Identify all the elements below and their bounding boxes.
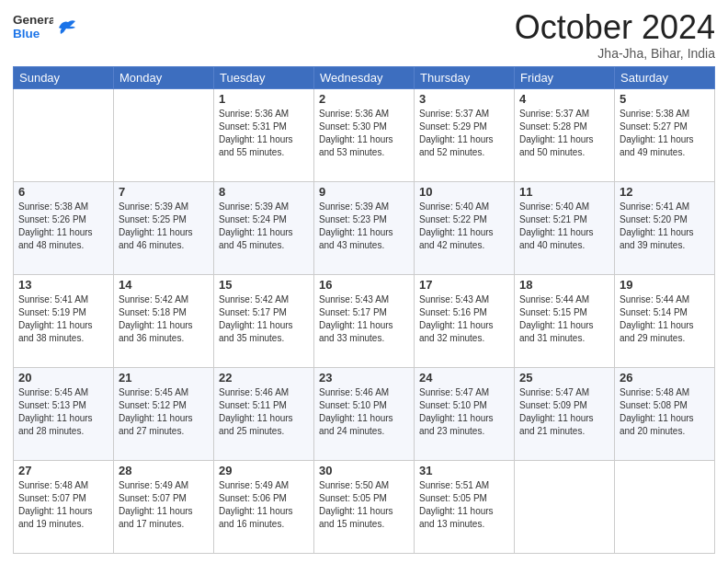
header-monday: Monday <box>114 66 214 88</box>
calendar-day-cell: 9Sunrise: 5:39 AMSunset: 5:23 PMDaylight… <box>314 181 415 274</box>
day-number: 9 <box>319 185 409 199</box>
calendar-day-cell: 4Sunrise: 5:37 AMSunset: 5:28 PMDaylight… <box>515 88 615 181</box>
day-number: 10 <box>419 185 509 199</box>
calendar-day-cell: 13Sunrise: 5:41 AMSunset: 5:19 PMDayligh… <box>14 274 114 367</box>
day-info: Sunrise: 5:42 AMSunset: 5:17 PMDaylight:… <box>219 293 309 345</box>
day-number: 29 <box>219 464 309 477</box>
calendar-day-cell: 7Sunrise: 5:39 AMSunset: 5:25 PMDaylight… <box>114 181 214 274</box>
calendar-day-cell <box>14 88 114 181</box>
day-info: Sunrise: 5:45 AMSunset: 5:13 PMDaylight:… <box>18 386 108 438</box>
day-info: Sunrise: 5:46 AMSunset: 5:11 PMDaylight:… <box>219 386 309 438</box>
calendar-week-row: 27Sunrise: 5:48 AMSunset: 5:07 PMDayligh… <box>14 460 715 553</box>
calendar-day-cell <box>615 460 715 553</box>
day-number: 5 <box>620 92 710 106</box>
day-info: Sunrise: 5:38 AMSunset: 5:26 PMDaylight:… <box>18 201 108 252</box>
calendar-day-cell: 17Sunrise: 5:43 AMSunset: 5:16 PMDayligh… <box>415 274 515 367</box>
day-number: 11 <box>519 185 609 199</box>
calendar-day-cell: 14Sunrise: 5:42 AMSunset: 5:18 PMDayligh… <box>114 274 214 367</box>
calendar-week-row: 13Sunrise: 5:41 AMSunset: 5:19 PMDayligh… <box>14 274 715 367</box>
svg-text:Blue: Blue <box>13 27 40 40</box>
calendar-day-cell: 24Sunrise: 5:47 AMSunset: 5:10 PMDayligh… <box>415 367 515 460</box>
calendar-day-cell: 11Sunrise: 5:40 AMSunset: 5:21 PMDayligh… <box>515 181 615 274</box>
calendar-day-cell: 28Sunrise: 5:49 AMSunset: 5:07 PMDayligh… <box>114 460 214 553</box>
calendar-day-cell <box>515 460 615 553</box>
logo-bird-svg <box>57 19 77 40</box>
day-number: 21 <box>119 371 209 385</box>
calendar-table: Sunday Monday Tuesday Wednesday Thursday… <box>13 66 715 554</box>
day-number: 1 <box>219 92 309 106</box>
header-saturday: Saturday <box>615 66 715 88</box>
calendar-day-cell: 30Sunrise: 5:50 AMSunset: 5:05 PMDayligh… <box>314 460 415 553</box>
day-number: 28 <box>119 464 209 477</box>
calendar-day-cell: 21Sunrise: 5:45 AMSunset: 5:12 PMDayligh… <box>114 367 214 460</box>
calendar-day-cell: 1Sunrise: 5:36 AMSunset: 5:31 PMDaylight… <box>214 88 314 181</box>
weekday-header-row: Sunday Monday Tuesday Wednesday Thursday… <box>14 66 715 88</box>
calendar-day-cell: 31Sunrise: 5:51 AMSunset: 5:05 PMDayligh… <box>415 460 515 553</box>
calendar-day-cell: 5Sunrise: 5:38 AMSunset: 5:27 PMDaylight… <box>615 88 715 181</box>
day-number: 16 <box>319 278 409 292</box>
day-number: 26 <box>620 371 710 385</box>
day-number: 31 <box>419 464 509 477</box>
day-info: Sunrise: 5:44 AMSunset: 5:15 PMDaylight:… <box>519 293 609 345</box>
day-number: 7 <box>119 185 209 199</box>
day-number: 14 <box>119 278 209 292</box>
day-info: Sunrise: 5:43 AMSunset: 5:16 PMDaylight:… <box>419 293 509 345</box>
day-info: Sunrise: 5:36 AMSunset: 5:31 PMDaylight:… <box>219 108 309 159</box>
calendar-day-cell: 15Sunrise: 5:42 AMSunset: 5:17 PMDayligh… <box>214 274 314 367</box>
calendar-day-cell: 23Sunrise: 5:46 AMSunset: 5:10 PMDayligh… <box>314 367 415 460</box>
calendar-day-cell: 22Sunrise: 5:46 AMSunset: 5:11 PMDayligh… <box>214 367 314 460</box>
calendar-day-cell: 6Sunrise: 5:38 AMSunset: 5:26 PMDaylight… <box>14 181 114 274</box>
month-title: October 2024 <box>515 9 715 46</box>
day-info: Sunrise: 5:44 AMSunset: 5:14 PMDaylight:… <box>620 293 710 345</box>
day-number: 17 <box>419 278 509 292</box>
day-info: Sunrise: 5:39 AMSunset: 5:25 PMDaylight:… <box>119 201 209 252</box>
day-number: 13 <box>18 278 108 292</box>
day-number: 6 <box>18 185 108 199</box>
day-info: Sunrise: 5:48 AMSunset: 5:07 PMDaylight:… <box>18 479 108 531</box>
day-number: 19 <box>620 278 710 292</box>
page: General Blue General Blue Octob <box>0 0 728 563</box>
day-number: 4 <box>519 92 609 106</box>
day-number: 24 <box>419 371 509 385</box>
day-number: 12 <box>620 185 710 199</box>
calendar-day-cell: 19Sunrise: 5:44 AMSunset: 5:14 PMDayligh… <box>615 274 715 367</box>
day-number: 23 <box>319 371 409 385</box>
svg-text:General: General <box>13 13 53 27</box>
day-info: Sunrise: 5:47 AMSunset: 5:09 PMDaylight:… <box>519 386 609 438</box>
day-info: Sunrise: 5:36 AMSunset: 5:30 PMDaylight:… <box>319 108 409 159</box>
day-info: Sunrise: 5:47 AMSunset: 5:10 PMDaylight:… <box>419 386 509 438</box>
calendar-day-cell: 3Sunrise: 5:37 AMSunset: 5:29 PMDaylight… <box>415 88 515 181</box>
day-number: 25 <box>519 371 609 385</box>
day-info: Sunrise: 5:39 AMSunset: 5:23 PMDaylight:… <box>319 201 409 252</box>
calendar-day-cell: 8Sunrise: 5:39 AMSunset: 5:24 PMDaylight… <box>214 181 314 274</box>
title-block: October 2024 Jha-Jha, Bihar, India <box>515 9 715 61</box>
day-info: Sunrise: 5:38 AMSunset: 5:27 PMDaylight:… <box>620 108 710 159</box>
day-info: Sunrise: 5:51 AMSunset: 5:05 PMDaylight:… <box>419 479 509 531</box>
day-info: Sunrise: 5:50 AMSunset: 5:05 PMDaylight:… <box>319 479 409 531</box>
calendar-day-cell: 16Sunrise: 5:43 AMSunset: 5:17 PMDayligh… <box>314 274 415 367</box>
day-info: Sunrise: 5:43 AMSunset: 5:17 PMDaylight:… <box>319 293 409 345</box>
header-wednesday: Wednesday <box>314 66 415 88</box>
day-number: 2 <box>319 92 409 106</box>
header-sunday: Sunday <box>14 66 114 88</box>
calendar-week-row: 6Sunrise: 5:38 AMSunset: 5:26 PMDaylight… <box>14 181 715 274</box>
header: General Blue General Blue Octob <box>13 9 715 61</box>
calendar-day-cell: 25Sunrise: 5:47 AMSunset: 5:09 PMDayligh… <box>515 367 615 460</box>
day-info: Sunrise: 5:41 AMSunset: 5:20 PMDaylight:… <box>620 201 710 252</box>
day-number: 3 <box>419 92 509 106</box>
calendar-day-cell: 2Sunrise: 5:36 AMSunset: 5:30 PMDaylight… <box>314 88 415 181</box>
logo-block: General Blue <box>13 9 77 50</box>
day-info: Sunrise: 5:37 AMSunset: 5:29 PMDaylight:… <box>419 108 509 159</box>
day-number: 30 <box>319 464 409 477</box>
calendar-day-cell: 10Sunrise: 5:40 AMSunset: 5:22 PMDayligh… <box>415 181 515 274</box>
day-number: 15 <box>219 278 309 292</box>
day-info: Sunrise: 5:39 AMSunset: 5:24 PMDaylight:… <box>219 201 309 252</box>
location: Jha-Jha, Bihar, India <box>515 46 715 61</box>
day-number: 27 <box>18 464 108 477</box>
day-info: Sunrise: 5:46 AMSunset: 5:10 PMDaylight:… <box>319 386 409 438</box>
calendar-day-cell: 20Sunrise: 5:45 AMSunset: 5:13 PMDayligh… <box>14 367 114 460</box>
day-info: Sunrise: 5:37 AMSunset: 5:28 PMDaylight:… <box>519 108 609 159</box>
calendar-day-cell: 18Sunrise: 5:44 AMSunset: 5:15 PMDayligh… <box>515 274 615 367</box>
day-info: Sunrise: 5:40 AMSunset: 5:22 PMDaylight:… <box>419 201 509 252</box>
day-info: Sunrise: 5:48 AMSunset: 5:08 PMDaylight:… <box>620 386 710 438</box>
